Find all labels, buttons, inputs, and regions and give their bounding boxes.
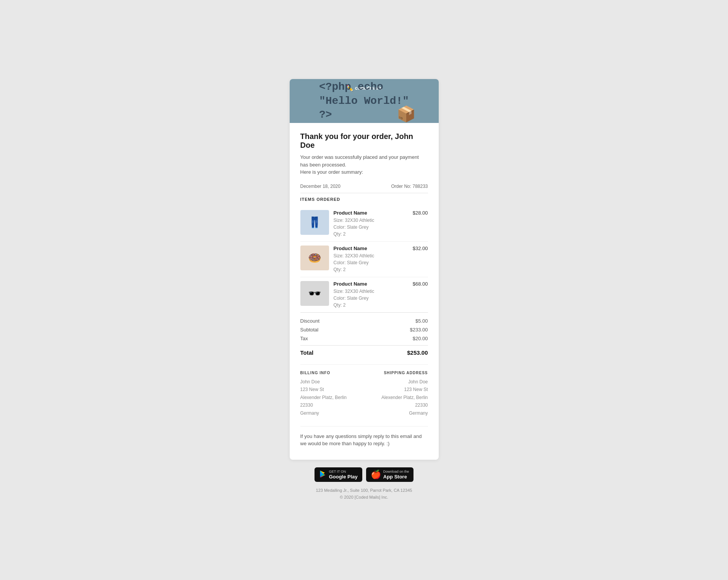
app-buttons-area: GET IT ON Google Play 🍎 Download on the … <box>315 467 414 482</box>
address-section: BILLING INFO John Doe 123 New St Alexend… <box>300 364 428 423</box>
product-details-1: Product Name Size: 32X30 Athletic Color:… <box>334 210 400 237</box>
order-meta: December 18, 2020 Order No: 788233 <box>300 184 428 189</box>
product-name-3: Product Name <box>334 281 400 287</box>
google-play-text: GET IT ON Google Play <box>329 470 358 480</box>
product-size-3: Size: 32X30 Athletic <box>334 288 400 295</box>
google-play-button[interactable]: GET IT ON Google Play <box>315 467 362 482</box>
total-label: Total <box>300 349 314 356</box>
shipping-heading: SHIPPING ADDRESS <box>366 371 428 375</box>
totals-section: Discount $5.00 Subtotal $233.00 Tax $20.… <box>300 313 428 361</box>
header-emoji: 📦 <box>397 105 416 123</box>
product-name-1: Product Name <box>334 210 400 216</box>
total-value: $253.00 <box>407 349 428 356</box>
discount-label: Discount <box>300 318 320 324</box>
app-store-text: Download on the App Store <box>383 470 409 480</box>
discount-row: Discount $5.00 <box>300 317 428 325</box>
product-size-2: Size: 32X30 Athletic <box>334 252 400 259</box>
shipping-address2: Alexender Platz, Berlin <box>366 394 428 401</box>
footer-note: If you have any questions simply reply t… <box>300 426 428 451</box>
code-line-3: ?> <box>319 108 409 122</box>
order-intro: Your order was successfully placed and y… <box>300 153 428 176</box>
product-color-1: Color: Slate Grey <box>334 224 400 231</box>
grand-total-row: Total $253.00 <box>300 345 428 357</box>
product-image-2: 🍩 <box>300 246 329 270</box>
google-play-sub: GET IT ON <box>329 470 358 474</box>
shipping-street: 123 New St <box>366 386 428 393</box>
discount-value: $5.00 <box>415 318 428 324</box>
product-price-col-3: $68.00 <box>405 281 428 287</box>
product-item-3: 🕶️ Product Name Size: 32X30 Athletic Col… <box>300 277 428 313</box>
code-line-2: "Hello World!" <box>319 94 409 108</box>
product-color-2: Color: Slate Grey <box>334 259 400 266</box>
billing-street: 123 New St <box>300 386 362 393</box>
billing-country: Germany <box>300 409 362 417</box>
product-image-1: 👖 <box>300 210 329 235</box>
shipping-name: John Doe <box>366 378 428 386</box>
product-image-3: 🕶️ <box>300 281 329 306</box>
product-price-1: $28.00 <box>413 210 428 216</box>
product-qty-1: Qty: 2 <box>334 231 400 237</box>
product-price-3: $68.00 <box>413 281 428 287</box>
items-ordered-label: ITEMS ORDERED <box>300 193 428 202</box>
product-item-1: 👖 Product Name Size: 32X30 Athletic Colo… <box>300 206 428 242</box>
product-price-col-1: $28.00 <box>405 210 428 216</box>
shipping-country: Germany <box>366 409 428 417</box>
billing-name: John Doe <box>300 378 362 386</box>
billing-heading: BILLING INFO <box>300 371 362 375</box>
order-date: December 18, 2020 <box>300 184 340 189</box>
product-price-col-2: $32.00 <box>405 246 428 251</box>
product-item-2: 🍩 Product Name Size: 32X30 Athletic Colo… <box>300 242 428 277</box>
billing-address2: Alexender Platz, Berlin <box>300 394 362 401</box>
tax-value: $20.00 <box>413 336 428 341</box>
shipping-col: SHIPPING ADDRESS John Doe 123 New St Ale… <box>366 371 428 417</box>
google-play-name: Google Play <box>329 474 358 480</box>
product-size-1: Size: 32X30 Athletic <box>334 217 400 224</box>
product-qty-3: Qty: 2 <box>334 302 400 309</box>
order-number: Order No: 788233 <box>391 184 428 189</box>
email-body: Thank you for your order, John Doe Your … <box>290 123 439 459</box>
subtotal-row: Subtotal $233.00 <box>300 325 428 334</box>
app-store-button[interactable]: 🍎 Download on the App Store <box>366 467 414 482</box>
subtotal-value: $233.00 <box>410 327 428 333</box>
product-details-2: Product Name Size: 32X30 Athletic Color:… <box>334 246 400 273</box>
app-store-name: App Store <box>383 474 409 480</box>
product-color-3: Color: Slate Grey <box>334 295 400 302</box>
subtotal-label: Subtotal <box>300 327 319 333</box>
product-price-2: $32.00 <box>413 246 428 251</box>
copyright: © 2020 [Coded Mails] Inc. <box>316 494 412 501</box>
billing-col: BILLING INFO John Doe 123 New St Alexend… <box>300 371 362 417</box>
product-details-3: Product Name Size: 32X30 Athletic Color:… <box>334 281 400 309</box>
apple-icon: 🍎 <box>371 470 381 480</box>
header-code-block: <?php echo "Hello World!" ?> <box>319 80 409 122</box>
product-name-2: Product Name <box>334 246 400 251</box>
tax-label: Tax <box>300 336 308 341</box>
footer-address: 123 Medalling Jr., Suite 100, Parrot Par… <box>316 487 412 501</box>
thank-you-title: Thank you for your order, John Doe <box>300 132 428 150</box>
company-address: 123 Medalling Jr., Suite 100, Parrot Par… <box>316 487 412 494</box>
app-store-sub: Download on the <box>383 470 409 474</box>
shipping-zip: 22330 <box>366 401 428 409</box>
email-header: ✏️ codedmails <?php echo "Hello World!" … <box>290 79 439 123</box>
google-play-icon <box>319 470 327 480</box>
tax-row: Tax $20.00 <box>300 334 428 343</box>
product-qty-2: Qty: 2 <box>334 266 400 273</box>
billing-zip: 22330 <box>300 401 362 409</box>
code-line-1: <?php echo <box>319 80 409 94</box>
